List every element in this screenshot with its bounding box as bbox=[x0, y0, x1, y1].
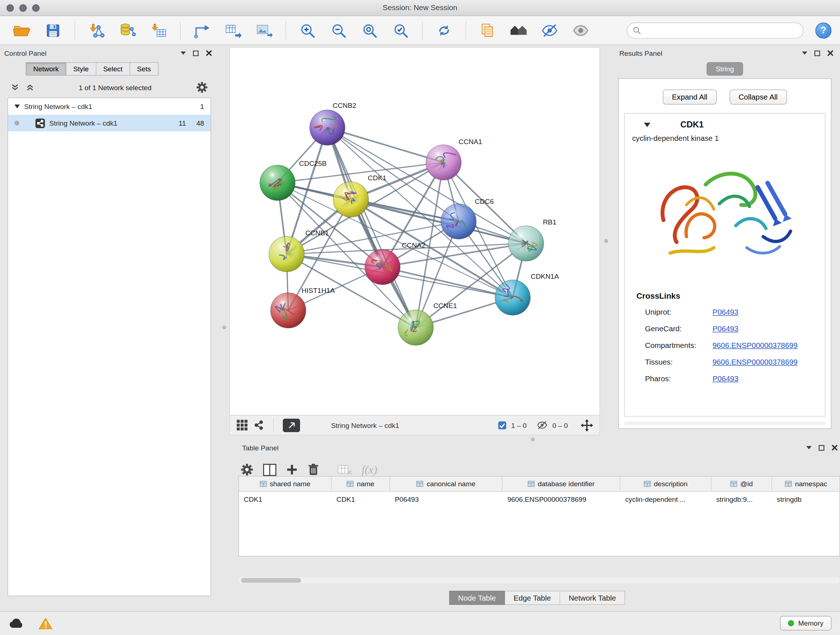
share-view-button[interactable] bbox=[253, 420, 264, 431]
tab-style[interactable]: Style bbox=[66, 62, 96, 76]
float-panel-button[interactable] bbox=[806, 446, 812, 450]
close-window-button[interactable] bbox=[6, 4, 14, 12]
new-network-button[interactable] bbox=[188, 19, 215, 42]
column-header[interactable]: canonical name bbox=[390, 477, 502, 491]
import-table-file-button[interactable] bbox=[145, 19, 172, 42]
warnings-button[interactable] bbox=[39, 617, 53, 630]
column-header[interactable]: name bbox=[332, 477, 390, 491]
crosslink-link[interactable]: 9606.ENSP00000378699 bbox=[713, 357, 798, 366]
splitter-handle[interactable] bbox=[531, 437, 535, 441]
maximize-panel-button[interactable] bbox=[819, 445, 824, 450]
copy-document-button[interactable] bbox=[474, 19, 501, 42]
save-session-button[interactable] bbox=[40, 19, 66, 42]
crosslink-link[interactable]: P06493 bbox=[713, 324, 738, 333]
open-session-button[interactable] bbox=[9, 19, 35, 42]
collapse-all-button[interactable] bbox=[11, 84, 19, 91]
network-node-rb1[interactable]: RB1 bbox=[508, 218, 556, 261]
network-edge[interactable] bbox=[327, 127, 444, 162]
delete-table-button-disabled[interactable] bbox=[338, 463, 352, 476]
crosslink-link[interactable]: 9606.ENSP00000378699 bbox=[713, 340, 798, 349]
show-all-button[interactable] bbox=[567, 19, 594, 42]
network-node-ccnb2[interactable]: CCNB2 bbox=[309, 102, 356, 146]
maximize-window-button[interactable] bbox=[32, 4, 40, 12]
birdseye-toggle-button[interactable] bbox=[283, 418, 300, 432]
network-edge[interactable] bbox=[382, 267, 513, 297]
refresh-layout-button[interactable] bbox=[431, 19, 458, 42]
tab-node-table[interactable]: Node Table bbox=[449, 591, 505, 605]
results-scrollbar[interactable] bbox=[624, 421, 826, 425]
crosslink-link[interactable]: P06493 bbox=[713, 307, 738, 316]
table-options-button[interactable] bbox=[240, 463, 254, 476]
column-header[interactable]: namespac bbox=[772, 477, 840, 491]
window-controls bbox=[6, 4, 40, 12]
column-header[interactable]: database identifier bbox=[502, 477, 621, 491]
import-network-file-button[interactable] bbox=[83, 19, 110, 42]
network-node-hist1h1a[interactable]: HIST1H1A bbox=[271, 287, 335, 328]
scrollbar-thumb[interactable] bbox=[241, 578, 301, 583]
minimize-window-button[interactable] bbox=[19, 4, 27, 12]
tab-select[interactable]: Select bbox=[96, 62, 130, 76]
tab-edge-table[interactable]: Edge Table bbox=[505, 591, 560, 605]
cell-shared-name: CDK1 bbox=[239, 492, 332, 507]
node-label: CCNB1 bbox=[305, 229, 329, 237]
crosslink-link[interactable]: P06493 bbox=[713, 374, 738, 383]
delete-column-button[interactable] bbox=[308, 463, 319, 476]
close-panel-button[interactable] bbox=[827, 50, 834, 57]
maximize-icon bbox=[814, 50, 820, 56]
network-edge[interactable] bbox=[327, 127, 416, 327]
memory-button[interactable]: Memory bbox=[780, 616, 831, 631]
network-options-button[interactable] bbox=[196, 81, 208, 93]
hide-selected-button[interactable] bbox=[536, 19, 563, 42]
network-label: String Network – cdk1 bbox=[49, 119, 167, 127]
export-image-button[interactable] bbox=[251, 19, 278, 42]
neighbors-button[interactable] bbox=[505, 19, 532, 42]
new-table-button[interactable] bbox=[219, 19, 246, 42]
create-column-button[interactable] bbox=[286, 464, 298, 476]
zoom-selected-button[interactable] bbox=[387, 19, 414, 42]
float-panel-button[interactable] bbox=[180, 51, 186, 55]
close-icon bbox=[206, 50, 212, 57]
grid-view-button[interactable] bbox=[236, 419, 248, 431]
network-canvas[interactable]: CCNB2CCNA1CDC25BCDK1CDC6RB1CCNB1CCNA2CDK… bbox=[230, 48, 600, 416]
expand-all-button[interactable]: Expand All bbox=[663, 89, 716, 104]
tab-sets[interactable]: Sets bbox=[130, 62, 158, 76]
expand-all-button[interactable] bbox=[26, 84, 34, 91]
zoom-fit-button[interactable] bbox=[356, 19, 383, 42]
table-row[interactable]: CDK1 CDK1 P06493 9606.ENSP00000378699 cy… bbox=[239, 492, 839, 507]
crosslink-label: GeneCard: bbox=[645, 324, 713, 333]
collapse-section-button[interactable] bbox=[644, 122, 651, 128]
tab-network[interactable]: Network bbox=[26, 62, 66, 76]
double-chevron-down-icon bbox=[11, 84, 19, 91]
column-header[interactable]: @id bbox=[712, 477, 772, 491]
collapse-all-button[interactable]: Collapse All bbox=[729, 89, 787, 104]
cloud-status-button[interactable] bbox=[9, 617, 25, 629]
network-node-ccnb1[interactable]: CCNB1 bbox=[269, 229, 329, 272]
search-box[interactable] bbox=[627, 22, 804, 38]
network-node-ccna1[interactable]: CCNA1 bbox=[426, 138, 482, 180]
column-header[interactable]: description bbox=[621, 477, 712, 491]
tab-string[interactable]: String bbox=[706, 62, 743, 76]
toolbar-separator bbox=[466, 21, 466, 39]
close-panel-button[interactable] bbox=[206, 50, 212, 57]
function-builder-button-disabled[interactable]: f(x) bbox=[362, 463, 377, 477]
zoom-out-button[interactable] bbox=[325, 19, 352, 42]
column-header[interactable]: shared name bbox=[239, 477, 332, 491]
maximize-panel-button[interactable] bbox=[193, 50, 199, 56]
network-node-cdk1[interactable]: CDK1 bbox=[333, 174, 386, 217]
pan-mode-button[interactable] bbox=[581, 419, 593, 431]
application-window: Session: New Session ? Control bbox=[0, 0, 840, 635]
network-row[interactable]: String Network – cdk1 11 48 bbox=[8, 115, 210, 131]
help-button[interactable]: ? bbox=[815, 22, 831, 38]
tab-network-table[interactable]: Network Table bbox=[560, 591, 625, 605]
network-collection-row[interactable]: String Network – cdk1 1 bbox=[8, 98, 210, 115]
search-input[interactable] bbox=[645, 27, 798, 35]
show-columns-button[interactable] bbox=[263, 463, 276, 476]
zoom-in-button[interactable] bbox=[294, 19, 321, 42]
splitter-handle[interactable] bbox=[223, 325, 226, 329]
import-network-database-button[interactable] bbox=[114, 19, 141, 42]
splitter-handle[interactable] bbox=[604, 239, 608, 242]
close-panel-button[interactable] bbox=[831, 445, 838, 451]
float-panel-button[interactable] bbox=[802, 51, 807, 55]
maximize-panel-button[interactable] bbox=[814, 50, 820, 56]
network-node-cdkn1a[interactable]: CDKN1A bbox=[495, 272, 559, 315]
